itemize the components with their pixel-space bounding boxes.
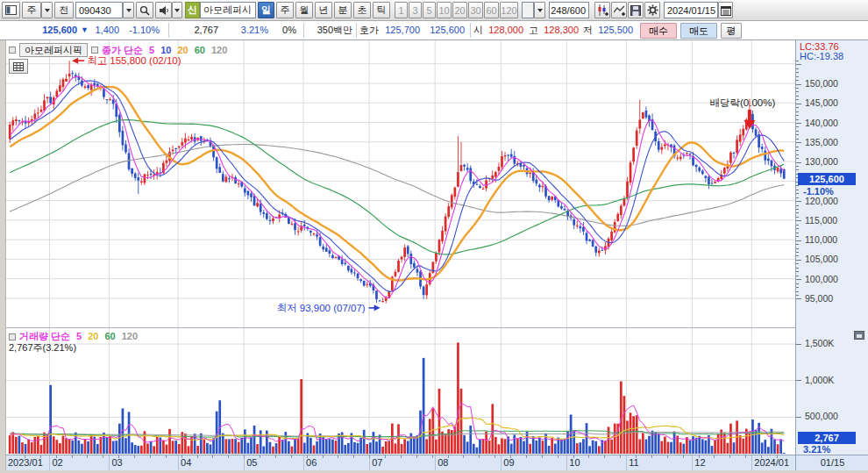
volume-bar — [729, 424, 732, 454]
period-combo-value[interactable]: 주 — [22, 2, 41, 18]
avg-button[interactable]: 평 — [721, 23, 742, 39]
sell-button[interactable]: 매도 — [680, 23, 717, 39]
date-axis[interactable]: 2023/0102030405060708091011122024/01 — [6, 455, 795, 470]
calendar-button[interactable] — [718, 2, 733, 18]
volume-bar — [526, 432, 529, 454]
current-price-tag: 125,600 — [798, 173, 856, 185]
candle-body — [676, 158, 679, 159]
minute-60-button[interactable]: 60 — [484, 2, 499, 18]
period-month-button[interactable]: 월 — [295, 2, 313, 18]
interval-dropdown-arrow[interactable] — [534, 2, 545, 18]
low-label: 저 — [583, 21, 593, 39]
toggle-square-icon[interactable] — [91, 47, 98, 54]
price-pane[interactable]: 최고 155,800 (02/10)최저 93,900 (07/07)배당락(0… — [6, 40, 795, 327]
candle-body — [200, 136, 203, 140]
period-day-button[interactable]: 일 — [258, 2, 274, 18]
jeon-button[interactable]: 전 — [54, 2, 74, 18]
volume-bar — [739, 435, 742, 454]
month-separator — [435, 455, 436, 470]
period-week-button[interactable]: 주 — [276, 2, 294, 18]
volume-bar — [288, 441, 290, 454]
candle-body — [118, 115, 121, 133]
candle-body — [190, 137, 193, 140]
candle-body — [93, 82, 96, 85]
volume-bar — [610, 440, 613, 454]
minute-20-button[interactable]: 20 — [452, 2, 467, 18]
new-window-button[interactable] — [2, 2, 20, 18]
minute-3-button[interactable]: 3 — [409, 2, 422, 18]
period-minute-button[interactable]: 분 — [334, 2, 352, 18]
candle-body — [297, 231, 300, 232]
axis-tick-mark — [796, 209, 799, 210]
gear-icon — [647, 4, 658, 16]
volume-bar — [658, 434, 660, 454]
volume-bar — [174, 441, 177, 454]
period-tick-button[interactable]: 틱 — [373, 2, 390, 18]
toggle-square-icon[interactable] — [9, 333, 16, 340]
price-axis-column[interactable]: LC:33.76 HC:-19.38 150,000145,000140,000… — [795, 40, 868, 470]
stock-code-input[interactable]: 090430 — [75, 2, 123, 18]
axis-tick-mark — [796, 76, 799, 77]
day-tick — [307, 455, 308, 458]
volume-bar — [347, 443, 350, 454]
axis-tick-mark — [796, 295, 799, 296]
volume-bar — [68, 440, 71, 454]
grid-toggle-button[interactable] — [9, 59, 28, 74]
save-button[interactable] — [628, 2, 644, 18]
volume-bar — [366, 444, 368, 454]
minute-10-button[interactable]: 10 — [437, 2, 452, 18]
volume-bar — [210, 444, 212, 454]
minute-30-button[interactable]: 30 — [468, 2, 483, 18]
month-label: 03 — [111, 457, 122, 468]
volume-summary: 2,767주(3.21%) — [9, 341, 76, 355]
candle-body — [131, 168, 133, 174]
code-dropdown-arrow[interactable] — [123, 2, 134, 18]
day-tick — [40, 455, 41, 458]
buy-button[interactable]: 매수 — [640, 23, 677, 39]
custom-interval-input[interactable] — [522, 2, 534, 18]
chart-title[interactable]: 아모레퍼시픽 — [19, 43, 88, 57]
add-candles-button[interactable] — [594, 2, 610, 18]
toggle-square-icon[interactable] — [9, 47, 16, 54]
calendar-icon — [721, 5, 731, 16]
sound-button[interactable] — [155, 2, 172, 18]
month-label: 06 — [306, 457, 317, 468]
candle-body — [134, 174, 137, 178]
candle-body — [11, 120, 14, 125]
minute-1-button[interactable]: 1 — [395, 2, 408, 18]
volume-bar — [761, 442, 764, 454]
minute-5-button[interactable]: 5 — [423, 2, 436, 18]
bar-count-field[interactable]: 248/600 — [549, 2, 589, 18]
candle-body — [764, 151, 766, 161]
add-line-button[interactable] — [611, 2, 627, 18]
candle-body — [407, 247, 409, 254]
period-combo-arrow[interactable] — [41, 2, 53, 18]
volume-bar — [733, 442, 736, 454]
search-icon — [139, 5, 150, 16]
day-tick — [150, 455, 151, 458]
pane-maximize-button[interactable] — [854, 331, 864, 340]
period-year-button[interactable]: 년 — [315, 2, 332, 18]
chart-date-input[interactable]: 2024/01/15 — [664, 2, 718, 18]
candle-body — [476, 184, 479, 185]
open-label: 시 — [473, 21, 483, 39]
volume-pane[interactable] — [6, 327, 795, 454]
volume-bar — [538, 438, 541, 454]
volume-bar — [43, 433, 46, 454]
axis-tick-mark — [796, 197, 799, 198]
minute-120-button[interactable]: 120 — [500, 2, 518, 18]
volume-bar — [71, 441, 74, 454]
candle-body — [767, 159, 770, 161]
month-separator — [49, 455, 50, 470]
settings-button[interactable] — [644, 2, 660, 18]
candle-body — [594, 247, 597, 253]
candle-body — [335, 257, 338, 258]
sound-dropdown-arrow[interactable] — [172, 2, 182, 18]
search-button[interactable] — [136, 2, 153, 18]
volume-bar — [648, 436, 651, 454]
stock-name-field[interactable]: 아모레퍼시 — [200, 2, 256, 18]
volume-bar — [498, 444, 501, 454]
volume-bar — [260, 430, 262, 454]
candle-body — [184, 139, 187, 143]
period-second-button[interactable]: 초 — [353, 2, 371, 18]
